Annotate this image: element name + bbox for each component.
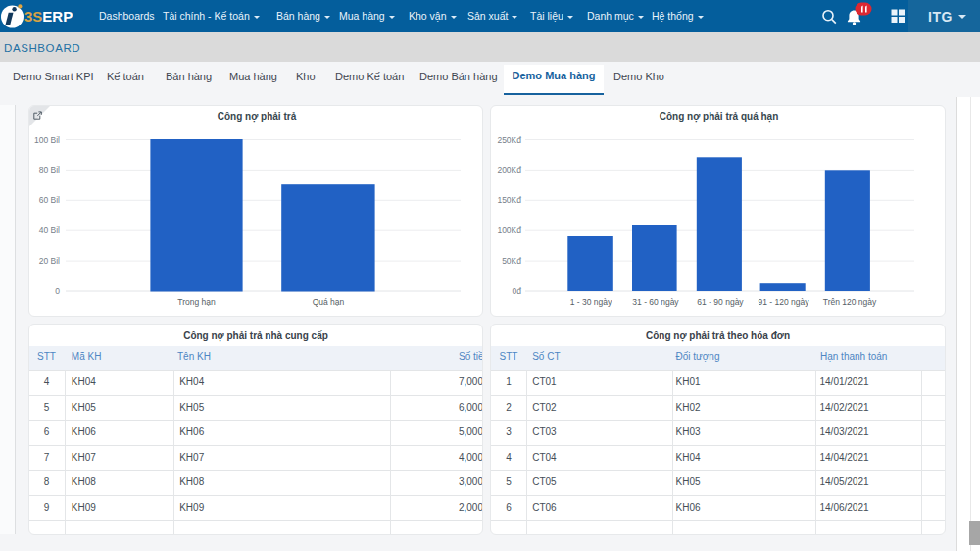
svg-text:100Kđ: 100Kđ [497, 225, 521, 235]
svg-text:Công nợ phải trả quá hạn: Công nợ phải trả quá hạn [660, 111, 779, 123]
svg-text:40 Bil: 40 Bil [39, 225, 60, 235]
svg-text:31 - 60 ngày: 31 - 60 ngày [632, 297, 679, 307]
svg-text:60 Bil: 60 Bil [39, 195, 60, 205]
svg-text:80 Bil: 80 Bil [39, 165, 60, 175]
svg-text:Công nợ phải trả: Công nợ phải trả [218, 111, 297, 123]
svg-text:Trên 120 ngày: Trên 120 ngày [823, 297, 877, 307]
svg-text:20 Bil: 20 Bil [39, 256, 60, 266]
svg-text:250Kđ: 250Kđ [497, 135, 521, 145]
svg-text:200Kđ: 200Kđ [497, 165, 521, 175]
svg-text:61 - 90 ngày: 61 - 90 ngày [697, 297, 744, 307]
svg-text:0: 0 [55, 286, 60, 296]
svg-text:Quá hạn: Quá hạn [313, 297, 345, 307]
svg-text:150Kđ: 150Kđ [497, 195, 521, 205]
svg-text:Trong hạn: Trong hạn [177, 297, 216, 307]
svg-text:50Kđ: 50Kđ [502, 256, 521, 266]
svg-text:91 - 120 ngày: 91 - 120 ngày [759, 297, 810, 307]
svg-text:100 Bil: 100 Bil [34, 135, 60, 145]
svg-text:1 - 30 ngày: 1 - 30 ngày [570, 297, 612, 307]
svg-text:0đ: 0đ [513, 286, 522, 296]
